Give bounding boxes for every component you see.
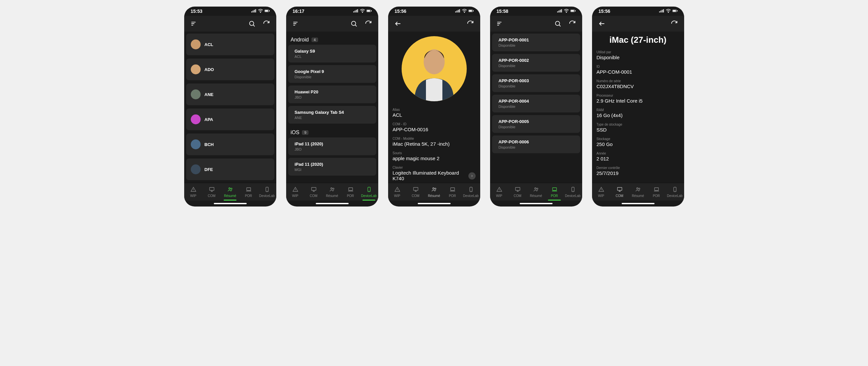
device-name: Galaxy S9: [295, 49, 370, 54]
status-time: 15:56: [395, 8, 406, 14]
refresh-button[interactable]: [363, 18, 374, 30]
nav-résumé[interactable]: Résumé: [425, 183, 443, 201]
refresh-button[interactable]: [566, 18, 578, 30]
nav-devicelab[interactable]: DeviceLab: [462, 183, 480, 201]
field-value: 2 012: [597, 156, 680, 161]
person-row[interactable]: ACL: [186, 34, 274, 55]
warning-icon: [292, 186, 298, 193]
refresh-button[interactable]: [668, 18, 680, 30]
nav-wip[interactable]: WIP: [286, 183, 305, 201]
nav-com[interactable]: COM: [508, 183, 527, 201]
back-button[interactable]: [596, 18, 608, 30]
nav-label: DeviceLab: [259, 194, 275, 197]
list-row[interactable]: APP-POR-0001 Disponible: [492, 34, 580, 51]
person-row[interactable]: ADO: [186, 59, 274, 80]
avatar: [191, 89, 200, 99]
person-row[interactable]: APA: [186, 109, 274, 130]
svg-rect-44: [349, 187, 352, 190]
nav-com[interactable]: COM: [406, 183, 425, 201]
nav-devicelab[interactable]: DeviceLab: [666, 183, 684, 201]
nav-label: Résumé: [530, 194, 542, 197]
list-row[interactable]: APP-POR-0004 Disponible: [492, 95, 580, 113]
field-label: COM - ID: [393, 122, 475, 126]
nav-com[interactable]: COM: [203, 183, 221, 201]
refresh-button[interactable]: [464, 18, 476, 30]
nav-devicelab[interactable]: DeviceLab: [564, 183, 582, 201]
nav-devicelab[interactable]: DeviceLab: [360, 183, 378, 201]
device-row[interactable]: Samsung Galaxy Tab S4 ANE: [288, 106, 376, 124]
device-row[interactable]: Huawei P20 JBO: [288, 86, 376, 103]
person-row[interactable]: ANE: [186, 84, 274, 105]
back-button[interactable]: [392, 18, 404, 30]
nav-por[interactable]: POR: [240, 183, 258, 201]
svg-rect-31: [371, 10, 371, 11]
nav-wip[interactable]: WIP: [592, 183, 611, 201]
topbar: [184, 16, 276, 32]
item-status: Disponible: [499, 125, 574, 129]
svg-rect-93: [659, 11, 660, 12]
bottom-nav: WIP COM Résumé POR DeviceLab: [592, 183, 684, 201]
nav-com[interactable]: COM: [305, 183, 323, 201]
nav-label: WIP: [598, 194, 604, 197]
nav-label: DeviceLab: [667, 194, 682, 197]
device-row[interactable]: Galaxy S9 ACL: [288, 45, 376, 62]
search-button[interactable]: [348, 18, 360, 30]
svg-rect-26: [356, 10, 356, 12]
people-icon: [431, 186, 437, 193]
device-row[interactable]: Google Pixel 9 Disponible: [288, 65, 376, 83]
search-button[interactable]: [552, 18, 564, 30]
person-row[interactable]: DFE: [186, 158, 274, 180]
desktop-icon: [413, 186, 419, 193]
profile-field-row[interactable]: Clavier Logitech Illuminated Keyboard K7…: [393, 166, 475, 183]
menu-button[interactable]: [494, 18, 506, 30]
signal-icon: [353, 8, 359, 14]
person-name: APA: [205, 117, 213, 122]
field-label: Alias: [393, 108, 475, 112]
nav-wip[interactable]: WIP: [490, 183, 508, 201]
profile-field: COM - ID APP-COM-0016: [393, 122, 475, 132]
nav-wip[interactable]: WIP: [184, 183, 203, 201]
device-name: Samsung Galaxy Tab S4: [295, 110, 370, 115]
menu-button[interactable]: [188, 18, 200, 30]
nav-wip[interactable]: WIP: [388, 183, 406, 201]
nav-devicelab[interactable]: DeviceLab: [258, 183, 276, 201]
device-list: Android 4 Galaxy S9 ACL Google Pixel 9 D…: [286, 32, 378, 183]
chevron-right-icon[interactable]: [468, 172, 475, 180]
avatar: [191, 115, 200, 124]
nav-por[interactable]: POR: [647, 183, 666, 201]
status-time: 15:53: [191, 8, 203, 14]
status-indicators: [353, 8, 372, 14]
nav-por[interactable]: POR: [545, 183, 564, 201]
list-row[interactable]: APP-POR-0006 Disponible: [492, 135, 580, 153]
refresh-button[interactable]: [260, 18, 272, 30]
person-name: DFE: [205, 167, 213, 172]
device-row[interactable]: iPad 11 (2020) MGI: [288, 158, 376, 176]
field-value: ACL: [393, 112, 475, 118]
nav-com[interactable]: COM: [611, 183, 629, 201]
nav-label: POR: [449, 194, 456, 197]
device-name: Google Pixel 9: [295, 69, 370, 74]
laptop-icon: [246, 186, 252, 193]
list-row[interactable]: APP-POR-0002 Disponible: [492, 54, 580, 72]
detail-field: Processeur 2.9 GHz Intel Core i5: [597, 94, 680, 103]
search-button[interactable]: [246, 18, 258, 30]
list-row[interactable]: APP-POR-0003 Disponible: [492, 74, 580, 92]
nav-résumé[interactable]: Résumé: [221, 183, 240, 201]
svg-rect-96: [663, 9, 664, 12]
nav-por[interactable]: POR: [443, 183, 462, 201]
nav-por[interactable]: POR: [341, 183, 360, 201]
nav-résumé[interactable]: Résumé: [323, 183, 341, 201]
svg-rect-100: [677, 10, 677, 11]
svg-rect-20: [247, 187, 251, 190]
phone-icon: [570, 186, 576, 193]
nav-label: WIP: [292, 194, 298, 197]
nav-résumé[interactable]: Résumé: [629, 183, 647, 201]
menu-button[interactable]: [290, 18, 302, 30]
person-row[interactable]: BCH: [186, 133, 274, 155]
status-indicators: [659, 8, 678, 14]
svg-rect-95: [662, 10, 662, 12]
item-status: Disponible: [499, 104, 574, 109]
device-row[interactable]: iPad 11 (2020) JBO: [288, 138, 376, 155]
list-row[interactable]: APP-POR-0005 Disponible: [492, 115, 580, 133]
nav-résumé[interactable]: Résumé: [527, 183, 545, 201]
